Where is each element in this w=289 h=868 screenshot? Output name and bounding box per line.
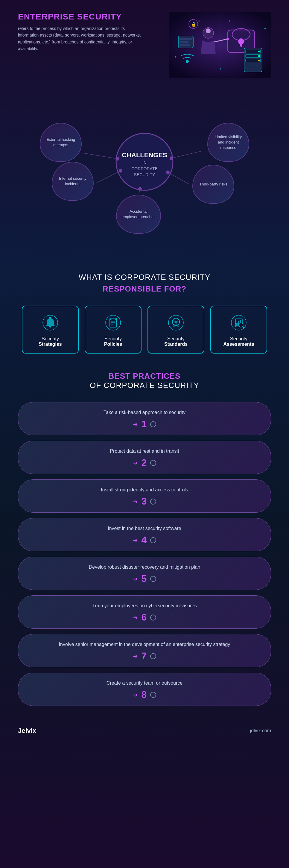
practice-number-row-2: ➜ 2: [30, 457, 259, 471]
practice-number-7: 7: [142, 650, 147, 661]
card-icon-policies: [104, 314, 122, 332]
dot-icon-5: [150, 576, 156, 582]
card-label-assessments: Security Assessments: [223, 336, 254, 347]
svg-point-34: [116, 157, 119, 161]
practice-item-2: Protect data at rest and in transit ➜ 2: [18, 441, 271, 474]
svg-point-29: [199, 21, 200, 22]
practice-text-7: Involve senior management in the develop…: [30, 641, 259, 648]
card-icon-assessments: [230, 314, 248, 332]
footer-brand-right: jelvix.com: [250, 728, 271, 734]
practice-text-5: Develop robust disaster recovery and mit…: [30, 564, 259, 571]
practice-number-1: 1: [142, 418, 147, 430]
svg-point-28: [220, 68, 221, 69]
dot-icon-8: [150, 692, 156, 698]
dot-icon-1: [150, 421, 156, 427]
petal-accidental-employee: Accidental employee breaches: [116, 195, 161, 234]
card-assessments: Security Assessments: [210, 306, 267, 353]
dot-icon-4: [150, 537, 156, 543]
practice-item-4: Invest in the best security software ➜ 4: [18, 518, 271, 551]
arrow-icon-2: ➜: [133, 459, 138, 466]
practice-number-8: 8: [142, 689, 147, 700]
card-label-strategies: Security Strategies: [39, 336, 62, 347]
svg-point-11: [258, 51, 260, 53]
practice-number-row-3: ➜ 3: [30, 496, 259, 509]
svg-point-24: [186, 60, 189, 63]
responsible-title-line2: RESPONSIBLE FOR?: [18, 284, 271, 293]
card-icon-standards: [167, 314, 185, 332]
arrow-icon-6: ➜: [133, 614, 138, 621]
practice-text-4: Invest in the best security software: [30, 525, 259, 532]
svg-rect-22: [180, 41, 189, 43]
petal-external-hacking: External hacking attempts: [40, 123, 82, 162]
footer-brand-left: Jelvix: [18, 727, 36, 735]
card-policies: Security Policies: [85, 306, 142, 353]
svg-text:SECURITY: SECURITY: [134, 172, 155, 177]
practice-number-row-7: ➜ 7: [30, 650, 259, 664]
practice-text-1: Take a risk-based approach to security: [30, 409, 259, 416]
svg-point-15: [206, 28, 211, 33]
svg-point-38: [138, 187, 142, 191]
practice-number-row-5: ➜ 5: [30, 573, 259, 587]
bp-title-purple: BEST PRACTICES: [18, 372, 271, 381]
bp-title-white: OF CORPORATE SECURITY: [18, 381, 271, 390]
practice-number-6: 6: [142, 612, 147, 623]
svg-text:CHALLENGES: CHALLENGES: [122, 151, 167, 159]
card-icon-strategies: [41, 314, 59, 332]
svg-rect-60: [236, 323, 238, 326]
header-description: refers to the process by which an organi…: [18, 25, 144, 52]
arrow-icon-4: ➜: [133, 537, 138, 544]
practice-number-3: 3: [142, 496, 147, 507]
card-strategies: Security Strategies: [22, 306, 79, 353]
svg-point-25: [228, 20, 230, 22]
card-label-standards: Security Standards: [164, 336, 188, 347]
header-illustration: 🔒: [169, 12, 271, 78]
dot-icon-7: [150, 653, 156, 659]
header-title: ENTERPRISE SECURITY: [18, 12, 144, 22]
arrow-icon-7: ➜: [133, 653, 138, 660]
svg-line-33: [82, 153, 117, 159]
petal-limited-visibility: Limited visibility and incident response: [207, 123, 249, 162]
card-standards: Security Standards: [147, 306, 204, 353]
practice-text-3: Install strong identity and access contr…: [30, 486, 259, 494]
svg-point-17: [226, 38, 229, 40]
practice-number-5: 5: [142, 573, 147, 584]
header-section: ENTERPRISE SECURITY refers to the proces…: [18, 12, 271, 78]
card-label-policies: Security Policies: [104, 336, 122, 347]
svg-point-27: [175, 56, 176, 58]
challenges-section: CHALLENGES IN CORPORATE SECURITY Externa…: [18, 96, 271, 252]
svg-point-40: [166, 170, 170, 174]
svg-point-36: [119, 169, 122, 173]
svg-line-41: [172, 151, 201, 158]
svg-line-64: [243, 327, 244, 328]
svg-text:CORPORATE: CORPORATE: [131, 166, 158, 171]
svg-line-35: [97, 171, 120, 183]
petal-internal-security: Internal security incidents: [52, 162, 94, 201]
arrow-icon-8: ➜: [133, 691, 138, 699]
svg-line-39: [168, 172, 189, 184]
svg-marker-57: [174, 320, 178, 324]
arrow-icon-5: ➜: [133, 575, 138, 583]
practice-text-6: Train your employees on cybersecurity me…: [30, 602, 259, 610]
practice-item-5: Develop robust disaster recovery and mit…: [18, 557, 271, 590]
arrow-icon-1: ➜: [133, 421, 138, 428]
svg-point-30: [256, 66, 257, 66]
svg-rect-6: [240, 41, 242, 47]
practice-text-8: Create a security team or outsource: [30, 680, 259, 687]
practice-number-2: 2: [142, 457, 147, 468]
footer: Jelvix jelvix.com: [18, 721, 271, 735]
practice-item-1: Take a risk-based approach to security ➜…: [18, 402, 271, 435]
practice-number-row-8: ➜ 8: [30, 689, 259, 703]
dot-icon-6: [150, 615, 156, 621]
svg-point-13: [258, 60, 260, 61]
svg-rect-21: [180, 38, 192, 40]
practice-number-row-1: ➜ 1: [30, 418, 259, 432]
responsible-cards: Security Strategies: [18, 306, 271, 353]
dot-icon-2: [150, 460, 156, 466]
svg-text:🔒: 🔒: [191, 22, 196, 27]
responsible-title-line1: WHAT IS CORPORATE SECURITY: [18, 273, 271, 282]
svg-point-26: [264, 28, 266, 29]
practice-item-6: Train your employees on cybersecurity me…: [18, 595, 271, 629]
svg-point-48: [49, 326, 51, 328]
practice-item-3: Install strong identity and access contr…: [18, 479, 271, 513]
practice-number-row-4: ➜ 4: [30, 534, 259, 548]
